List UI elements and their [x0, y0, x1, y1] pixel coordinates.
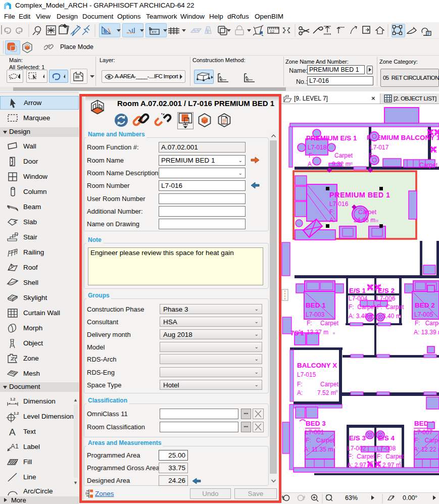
svg-text:Carpet: Carpet: [320, 320, 339, 327]
svg-text:Carpet: Carpet: [358, 209, 377, 216]
svg-text:BALCONY X: BALCONY X: [297, 362, 337, 369]
svg-text:A: 12.22 m: A: 12.22 m: [414, 446, 439, 453]
svg-text:BED 1: BED 1: [306, 301, 326, 309]
svg-text:9.32 m: 9.32 m: [332, 161, 351, 168]
svg-text:L7-017: L7-017: [370, 144, 389, 151]
svg-text:L7-005: L7-005: [414, 311, 433, 318]
svg-text:A: A: [9, 427, 16, 437]
svg-text:F: Carpet: F: Carpet: [377, 304, 404, 311]
svg-text:A: 13.39 m: A: 13.39 m: [414, 329, 439, 336]
svg-text:BED 2: BED 2: [415, 301, 435, 309]
svg-text:L7-018: L7-018: [308, 144, 327, 151]
svg-text:E/S 3: E/S 3: [349, 434, 366, 442]
svg-text:63%: 63%: [345, 494, 358, 501]
svg-text:A: 3.40 m: A: 3.40 m: [349, 313, 374, 320]
svg-text:A:: A:: [308, 161, 313, 168]
svg-text:E/S 2: E/S 2: [378, 287, 395, 294]
svg-text:Carpet: Carpet: [320, 381, 339, 388]
svg-text:E/S 4: E/S 4: [378, 434, 395, 442]
svg-text:L7-007: L7-007: [414, 429, 433, 436]
svg-text:A1: A1: [11, 442, 19, 450]
svg-text:L7-001: L7-001: [305, 429, 324, 436]
svg-text:Carpet: Carpet: [334, 152, 353, 159]
svg-text:F: Carpe: F: Carpe: [414, 437, 439, 444]
svg-text:F:: F:: [309, 152, 314, 159]
svg-text:1.2: 1.2: [10, 397, 15, 401]
svg-text:7.52 m: 7.52 m: [317, 389, 336, 396]
svg-text:F:: F:: [297, 381, 303, 388]
svg-text:A: 11.35 m: A: 11.35 m: [304, 446, 333, 453]
svg-text:3.40 m: 3.40 m: [382, 313, 401, 320]
svg-text:PREMIUM BED 1: PREMIUM BED 1: [329, 191, 390, 199]
svg-text:A:: A:: [329, 217, 335, 224]
svg-text:PREMIUM E/S 1: PREMIUM E/S 1: [306, 134, 357, 142]
svg-text:F:: F:: [307, 320, 312, 327]
svg-text:F: Carpet: F: Carpet: [349, 304, 376, 311]
svg-text:Carpet: Carpet: [419, 162, 438, 169]
svg-text:F: Carpet: F: Carpet: [306, 437, 334, 444]
svg-text:BED 3: BED 3: [306, 420, 326, 427]
svg-text:1.2: 1.2: [14, 411, 19, 416]
svg-text:L7-016: L7-016: [329, 200, 349, 208]
svg-text:0.00°: 0.00°: [403, 494, 417, 501]
svg-text:L7-004: L7-004: [349, 295, 368, 302]
svg-text:A:: A:: [297, 389, 303, 396]
svg-text:E/S 1: E/S 1: [349, 287, 366, 294]
svg-text:F: Carpet: F: Carpet: [377, 453, 404, 460]
svg-text:L7-003: L7-003: [306, 311, 325, 318]
svg-text:24.26 m: 24.26 m: [354, 217, 375, 224]
svg-text:XY:: XY:: [152, 30, 157, 34]
svg-text:L7-008: L7-008: [377, 445, 396, 452]
svg-text:F: Carpet: F: Carpet: [348, 453, 375, 460]
svg-text:12: 12: [270, 29, 274, 34]
svg-text:L7-015: L7-015: [297, 371, 316, 378]
svg-text:7S 1: 7S 1: [290, 329, 304, 337]
svg-text:F: Carpe: F: Carpe: [415, 320, 439, 327]
svg-text:L7-002: L7-002: [347, 445, 366, 452]
svg-text:F:: F:: [329, 209, 335, 216]
